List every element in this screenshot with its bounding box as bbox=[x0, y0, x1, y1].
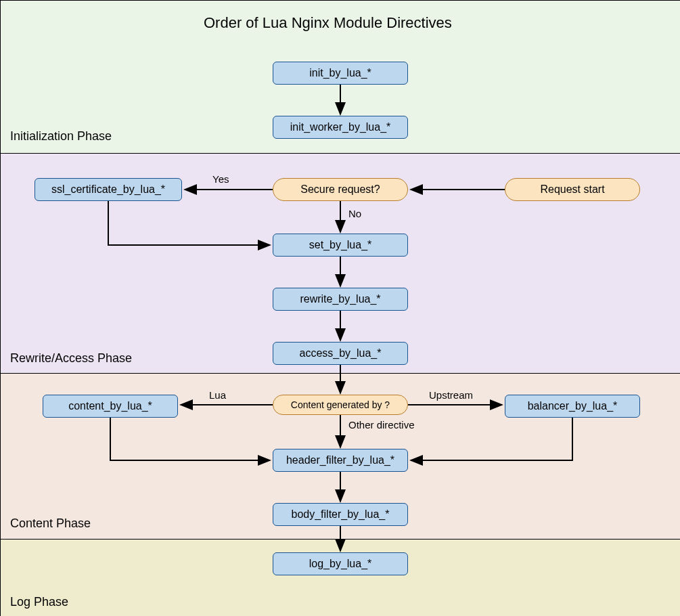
node-balancer-by-lua: balancer_by_lua_* bbox=[505, 395, 640, 418]
node-body-filter-by-lua: body_filter_by_lua_* bbox=[273, 503, 408, 526]
diagram-title: Order of Lua Nginx Module Directives bbox=[204, 14, 452, 32]
node-content-by-lua: content_by_lua_* bbox=[43, 395, 178, 418]
node-set-by-lua: set_by_lua_* bbox=[273, 234, 408, 257]
node-init-by-lua: init_by_lua_* bbox=[273, 62, 408, 85]
node-access-by-lua: access_by_lua_* bbox=[273, 342, 408, 365]
node-init-worker-by-lua: init_worker_by_lua_* bbox=[273, 116, 408, 139]
edge-label-lua: Lua bbox=[209, 389, 226, 401]
edge-label-other-directive: Other directive bbox=[348, 419, 415, 431]
phase-label-rewrite: Rewrite/Access Phase bbox=[10, 351, 132, 366]
node-request-start: Request start bbox=[505, 178, 640, 201]
node-secure-request-q: Secure request? bbox=[273, 178, 408, 201]
node-rewrite-by-lua: rewrite_by_lua_* bbox=[273, 288, 408, 311]
phase-label-init: Initialization Phase bbox=[10, 129, 112, 144]
node-header-filter-by-lua: header_filter_by_lua_* bbox=[273, 449, 408, 472]
phase-log bbox=[1, 539, 680, 616]
edge-label-no: No bbox=[348, 208, 361, 219]
phase-label-content: Content Phase bbox=[10, 516, 91, 531]
node-log-by-lua: log_by_lua_* bbox=[273, 552, 408, 575]
phase-label-log: Log Phase bbox=[10, 595, 68, 609]
diagram-root: Order of Lua Nginx Module Directives Ini… bbox=[0, 0, 680, 616]
node-content-generated-q: Content generated by ? bbox=[273, 395, 408, 415]
node-ssl-certificate-by-lua: ssl_certificate_by_lua_* bbox=[35, 178, 182, 201]
edge-label-yes: Yes bbox=[212, 173, 229, 185]
edge-label-upstream: Upstream bbox=[429, 389, 473, 401]
